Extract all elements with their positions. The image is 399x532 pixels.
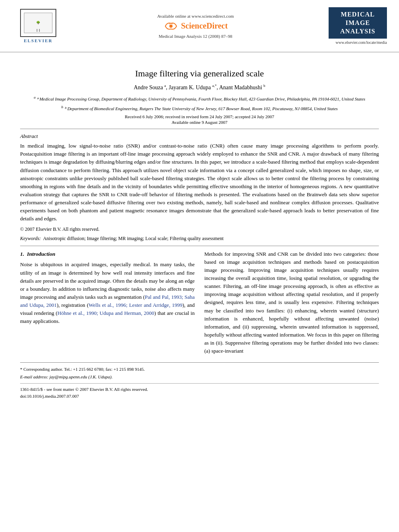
ref-hohne[interactable]: Höhne et al., 1990; Udupa and Herman, 20… [58, 310, 154, 316]
intro-right-text: Methods for improving SNR and CNR can be… [204, 250, 379, 355]
authors: Andre Souza a, Jayaram K. Udupa a,*, Ana… [20, 84, 379, 91]
keywords-label: Keywords: [20, 236, 41, 241]
doi-line: doi:10.1016/j.media.2007.07.007 [20, 393, 379, 400]
page-header: 🌳 ELSEVIER Available online at www.scien… [0, 0, 399, 48]
col-left: 1. Introduction Noise is ubiquitous in a… [20, 250, 195, 355]
col-right: Methods for improving SNR and CNR can be… [204, 250, 379, 355]
body-divider [20, 246, 379, 246]
affiliation-a: a ᵃ Medical Image Processing Group, Depa… [20, 95, 379, 102]
svg-point-4 [169, 25, 173, 28]
elsevier-box: 🌳 [20, 9, 56, 37]
sciencedirect-text: ScienceDirect [181, 21, 228, 31]
footnote-email: E-mail address: jay@mipg.upenn.edu (J.K.… [20, 374, 379, 380]
header-divider [0, 52, 399, 52]
journal-info: Medical Image Analysis 12 (2008) 87–98 [64, 34, 327, 39]
journal-title-area: MEDICAL IMAGE ANALYSIS www.elsevier.com/… [327, 7, 387, 45]
affiliation-b: b ᵇ Department of Biomedical Engineering… [20, 105, 379, 112]
elsevier-logo-area: 🌳 ELSEVIER [12, 9, 64, 43]
ref-wells[interactable]: Wells et al., 1996; Lester and Arridge, … [88, 302, 182, 308]
sciencedirect-logo: ScienceDirect [64, 20, 327, 32]
keywords-text: Anisotropic diffusion; Image filtering; … [43, 236, 224, 241]
abstract-label: Abstract [20, 133, 379, 140]
footnotes: * Corresponding author. Tel.: +1 215 662… [20, 362, 379, 399]
abstract-divider [20, 129, 379, 129]
svg-text:🌳: 🌳 [36, 21, 40, 25]
section-heading: 1. Introduction [20, 250, 195, 259]
issn-line: 1361-8415/$ - see front matter © 2007 El… [20, 386, 379, 393]
intro-left-text: Noise is ubiquitous in acquired images, … [20, 261, 195, 325]
two-column-section: 1. Introduction Noise is ubiquitous in a… [20, 250, 379, 355]
footnote-star: * Corresponding author. Tel.: +1 215 662… [20, 366, 379, 373]
available-online-text: Available online at www.sciencedirect.co… [64, 14, 327, 18]
received-dates: Received 6 July 2006; received in revise… [20, 114, 379, 119]
article-title: Image filtering via generalized scale [20, 68, 379, 79]
keywords: Keywords: Anisotropic diffusion; Image f… [20, 236, 379, 242]
abstract-text: In medical imaging, low signal-to-noise … [20, 142, 379, 223]
article-content: Image filtering via generalized scale An… [0, 56, 399, 407]
copyright: © 2007 Elsevier B.V. All rights reserved… [20, 226, 379, 232]
footnote-ids: 1361-8415/$ - see front matter © 2007 El… [20, 383, 379, 399]
journal-title-box: MEDICAL IMAGE ANALYSIS [329, 7, 387, 39]
header-center: Available online at www.sciencedirect.co… [64, 14, 327, 39]
available-online-article: Available online 9 August 2007 [20, 120, 379, 125]
journal-website: www.elsevier.com/locate/media [335, 40, 387, 45]
elsevier-label: ELSEVIER [24, 38, 53, 43]
